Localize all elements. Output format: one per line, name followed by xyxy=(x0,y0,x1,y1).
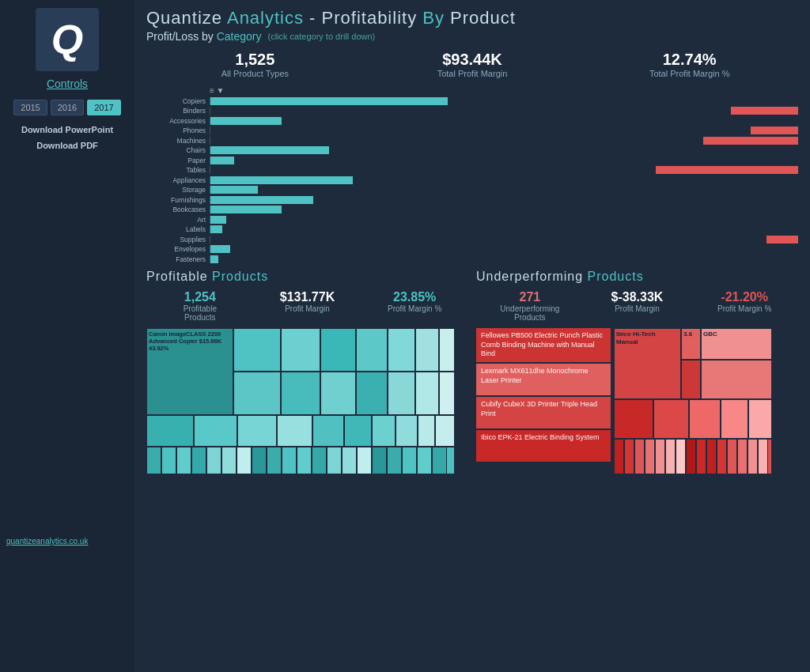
underperforming-treemap-cell-small[interactable] xyxy=(748,439,758,474)
underperforming-treemap-cell-small[interactable] xyxy=(676,439,686,474)
treemap-cell[interactable] xyxy=(439,372,455,415)
treemap-cell[interactable] xyxy=(372,415,396,447)
treemap-cell-small[interactable] xyxy=(252,447,267,474)
underperforming-treemap-cell[interactable] xyxy=(748,399,772,439)
treemap-cell-small[interactable] xyxy=(282,447,297,474)
bar-row[interactable]: Storage xyxy=(146,186,798,194)
treemap-cell[interactable] xyxy=(233,328,281,372)
underperforming-treemap-cell[interactable]: Ibico Hi-Tech Manual xyxy=(614,328,681,399)
year-btn-2016[interactable]: 2016 xyxy=(51,100,84,115)
underperforming-treemap[interactable]: Ibico Hi-Tech Manual3.6GBC xyxy=(614,328,798,474)
treemap-cell-small[interactable] xyxy=(161,447,176,474)
treemap-cell[interactable] xyxy=(233,372,281,415)
treemap-cell-small[interactable] xyxy=(297,447,312,474)
treemap-cell-small[interactable] xyxy=(372,447,387,474)
treemap-cell-small[interactable] xyxy=(221,447,237,474)
underperforming-treemap-cell-small[interactable] xyxy=(717,439,727,474)
treemap-cell-small[interactable] xyxy=(267,447,282,474)
treemap-cell[interactable] xyxy=(281,372,320,415)
treemap-cell-small[interactable] xyxy=(357,447,372,474)
treemap-cell[interactable] xyxy=(356,328,388,372)
underperforming-treemap-cell[interactable] xyxy=(653,399,689,439)
underperforming-treemap-cell[interactable] xyxy=(689,399,721,439)
underperforming-treemap-cell[interactable]: 3.6 xyxy=(681,328,701,360)
treemap-cell[interactable] xyxy=(237,415,277,447)
bar-row[interactable]: Bookcases xyxy=(146,206,798,214)
bar-row[interactable]: Chairs xyxy=(146,146,798,155)
treemap-cell-small[interactable] xyxy=(191,447,206,474)
download-ppt-link[interactable]: Download PowerPoint xyxy=(21,125,113,134)
treemap-cell[interactable] xyxy=(320,372,356,415)
bar-row[interactable]: Paper xyxy=(146,156,798,164)
year-btn-2015[interactable]: 2015 xyxy=(13,100,47,115)
profitable-treemap[interactable]: Canon imageCLASS 2200 Advanced Copier $1… xyxy=(146,328,468,474)
underperforming-treemap-cell[interactable] xyxy=(701,360,772,399)
bar-row[interactable]: Phones xyxy=(146,126,798,135)
underperforming-treemap-cell-small[interactable] xyxy=(655,439,665,474)
bar-row[interactable]: Binders xyxy=(146,107,798,115)
bar-row[interactable]: Fasteners xyxy=(146,255,798,263)
list-item[interactable]: Fellowes PB500 Electric Punch Plastic Co… xyxy=(476,328,611,362)
underperforming-treemap-cell[interactable]: GBC xyxy=(701,328,772,360)
underperforming-treemap-cell-small[interactable] xyxy=(696,439,706,474)
treemap-cell-small[interactable] xyxy=(417,447,432,474)
treemap-cell[interactable] xyxy=(418,415,435,447)
treemap-cell[interactable] xyxy=(396,415,418,447)
treemap-cell-small[interactable] xyxy=(176,447,191,474)
treemap-cell[interactable] xyxy=(388,328,415,372)
treemap-cell[interactable] xyxy=(344,415,372,447)
treemap-cell-small[interactable] xyxy=(327,447,342,474)
treemap-cell-small[interactable] xyxy=(432,447,447,474)
treemap-cell[interactable] xyxy=(146,415,194,447)
bar-row[interactable]: Art xyxy=(146,215,798,224)
treemap-cell-small[interactable] xyxy=(387,447,402,474)
underperforming-treemap-cell[interactable] xyxy=(614,399,653,439)
list-item[interactable]: Lexmark MX611dhe Monochrome Laser Printe… xyxy=(476,364,611,395)
underperforming-treemap-cell-small[interactable] xyxy=(624,439,634,474)
treemap-cell[interactable] xyxy=(435,415,455,447)
underperforming-treemap-cell-small[interactable] xyxy=(614,439,624,474)
bar-row[interactable]: Machines xyxy=(146,136,798,145)
treemap-cell[interactable] xyxy=(415,372,439,415)
underperforming-treemap-cell-small[interactable] xyxy=(758,439,768,474)
treemap-cell[interactable] xyxy=(356,372,388,415)
treemap-cell-small[interactable] xyxy=(312,447,327,474)
treemap-cell[interactable] xyxy=(415,328,439,372)
bar-row[interactable]: Accessories xyxy=(146,116,798,125)
bar-row[interactable]: Supplies xyxy=(146,235,798,244)
bar-row[interactable]: Labels xyxy=(146,225,798,234)
list-item[interactable]: Ibico EPK-21 Electric Binding System xyxy=(476,430,611,462)
underperforming-treemap-cell-small[interactable] xyxy=(645,439,655,474)
underperforming-treemap-cell[interactable] xyxy=(721,399,748,439)
download-pdf-link[interactable]: Download PDF xyxy=(36,141,98,150)
treemap-cell-small[interactable] xyxy=(237,447,252,474)
treemap-cell-small[interactable] xyxy=(402,447,417,474)
underperforming-treemap-cell-small[interactable] xyxy=(727,439,737,474)
bar-row[interactable]: Copiers xyxy=(146,96,798,105)
year-btn-2017[interactable]: 2017 xyxy=(87,100,120,115)
treemap-cell[interactable] xyxy=(320,328,356,372)
controls-label[interactable]: Controls xyxy=(47,77,88,90)
treemap-cell[interactable] xyxy=(277,415,312,447)
underperforming-treemap-cell-small[interactable] xyxy=(737,439,748,474)
treemap-cell-small[interactable] xyxy=(206,447,221,474)
list-item[interactable]: Cubify CubeX 3D Printer Triple Head Prin… xyxy=(476,397,611,428)
treemap-cell[interactable] xyxy=(388,372,415,415)
treemap-cell-small[interactable] xyxy=(146,447,161,474)
treemap-cell-small[interactable] xyxy=(342,447,357,474)
bar-row[interactable]: Furnishings xyxy=(146,195,798,204)
underperforming-treemap-cell-small[interactable] xyxy=(686,439,696,474)
underperforming-treemap-cell-small[interactable] xyxy=(634,439,645,474)
underperforming-treemap-cell[interactable] xyxy=(681,360,701,399)
website-link[interactable]: quantizeanalytics.co.uk xyxy=(6,537,88,546)
bar-row[interactable]: Tables xyxy=(146,166,798,175)
treemap-cell[interactable] xyxy=(281,328,320,372)
treemap-cell[interactable] xyxy=(439,328,455,372)
underperforming-treemap-cell-small[interactable] xyxy=(706,439,717,474)
treemap-cell[interactable] xyxy=(312,415,344,447)
treemap-cell[interactable] xyxy=(194,415,237,447)
treemap-cell[interactable]: Canon imageCLASS 2200 Advanced Copier $1… xyxy=(146,328,233,415)
bar-row[interactable]: Appliances xyxy=(146,176,798,184)
bar-row[interactable]: Envelopes xyxy=(146,245,798,254)
underperforming-treemap-cell-small[interactable] xyxy=(665,439,676,474)
